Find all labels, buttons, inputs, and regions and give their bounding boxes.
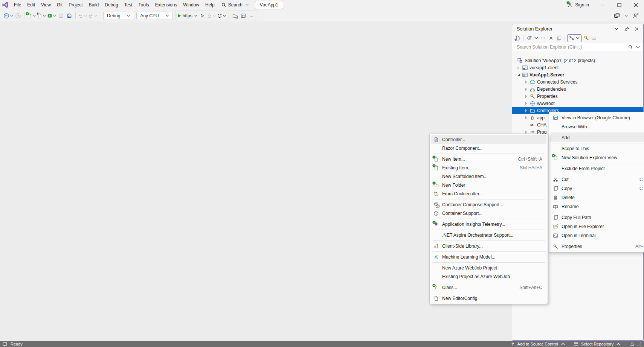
- menu-item-open-in-file-explorer[interactable]: Open in File Explorer: [549, 222, 644, 231]
- menu-item-add[interactable]: Add: [550, 133, 644, 142]
- menu-debug[interactable]: Debug: [102, 0, 121, 10]
- menu-build[interactable]: Build: [86, 0, 102, 10]
- expander-collapsed-icon[interactable]: [523, 115, 529, 121]
- tree-item-dependencies[interactable]: Dependencies: [512, 85, 643, 93]
- submenu-item-container-support[interactable]: Container Support...: [430, 209, 548, 218]
- menu-item-browse-with[interactable]: Browse With...: [549, 122, 644, 131]
- properties-wrench-button[interactable]: [583, 35, 590, 41]
- menu-item-open-in-terminal[interactable]: Open in Terminal: [549, 231, 644, 240]
- new-file-button[interactable]: [26, 11, 37, 20]
- chevron-down-icon[interactable]: [624, 14, 628, 18]
- submenu-item-class[interactable]: Class... Shift+Alt+C: [430, 283, 548, 292]
- sync-navigation-button[interactable]: [540, 35, 546, 41]
- submenu-item-new-scaffolded-item[interactable]: New Scaffolded Item...: [430, 172, 548, 181]
- submenu-item-new-item[interactable]: New Item... Ctrl+Shift+A: [430, 155, 548, 163]
- expander-collapsed-icon[interactable]: [523, 93, 529, 99]
- start-without-debugging-button[interactable]: [198, 11, 206, 20]
- save-all-button[interactable]: [65, 11, 73, 20]
- menu-item-view-in-browser[interactable]: View in Browser (Google Chrome): [549, 113, 644, 122]
- menu-item-copy-full-path[interactable]: Copy Full Path: [549, 213, 644, 222]
- submenu-item-client-side-library[interactable]: Client-Side Library...: [430, 242, 548, 250]
- tree-item-connected-services[interactable]: Connected Services: [512, 78, 643, 85]
- panel-title-bar[interactable]: Solution Explorer: [512, 24, 643, 33]
- menu-item-new-solution-explorer-view[interactable]: New Solution Explorer View: [549, 153, 644, 162]
- hot-reload-button[interactable]: [206, 11, 217, 20]
- open-file-button[interactable]: [37, 11, 47, 20]
- submenu-item-razor-component[interactable]: Razor Component...: [430, 144, 548, 152]
- menu-help[interactable]: Help: [202, 0, 218, 10]
- submenu-item-net-aspire-orchestrator-support[interactable]: .NET Aspire Orchestrator Support...: [430, 231, 548, 239]
- minimize-button[interactable]: [594, 0, 611, 10]
- tree-item-solution[interactable]: Solution 'VueApp1' (2 of 2 projects): [512, 57, 643, 64]
- tree-item-wwwroot[interactable]: wwwroot: [512, 100, 643, 107]
- toolbar-overflow-button[interactable]: …: [247, 11, 256, 20]
- account-options-button[interactable]: [631, 11, 639, 20]
- browser-link-button[interactable]: [239, 11, 247, 20]
- preview-selected-items-button[interactable]: [591, 35, 598, 41]
- menu-item-properties[interactable]: Properties Alt+: [549, 242, 644, 251]
- find-in-files-button[interactable]: [231, 11, 239, 20]
- menu-item-scope-to-this[interactable]: Scope to This: [549, 144, 644, 153]
- submenu-item-from-cookiecutter[interactable]: From Cookiecutter...: [430, 189, 548, 198]
- menu-item-delete[interactable]: Delete: [549, 193, 644, 202]
- save-button[interactable]: [57, 11, 65, 20]
- menu-view[interactable]: View: [38, 0, 54, 10]
- feedback-button[interactable]: [613, 11, 621, 20]
- panel-close-button[interactable]: [633, 26, 640, 32]
- menu-item-exclude-from-project[interactable]: Exclude From Project: [549, 164, 644, 173]
- pending-changes-filter-button[interactable]: [526, 35, 533, 41]
- menu-item-rename[interactable]: Rename: [549, 202, 644, 211]
- undo-button[interactable]: [78, 11, 88, 20]
- sign-in-button[interactable]: Sign in: [562, 2, 594, 8]
- collapse-all-button[interactable]: [548, 35, 554, 41]
- pin-button[interactable]: [623, 26, 630, 32]
- select-repository-button[interactable]: Select Repository: [581, 342, 613, 346]
- open-from-source-control-button[interactable]: [47, 11, 57, 20]
- menu-window[interactable]: Window: [180, 0, 202, 10]
- chevron-up-icon[interactable]: [561, 342, 565, 346]
- expander-collapsed-icon[interactable]: [523, 108, 529, 114]
- solution-name-button[interactable]: VueApp1: [255, 1, 283, 9]
- resize-grip[interactable]: [637, 342, 641, 346]
- switch-views-button[interactable]: [514, 35, 521, 41]
- expander-expanded-icon[interactable]: [516, 72, 522, 78]
- debug-target-dropdown[interactable]: Debug: [103, 12, 134, 20]
- menu-extensions[interactable]: Extensions: [152, 0, 180, 10]
- menu-git[interactable]: Git: [54, 0, 66, 10]
- expander-collapsed-icon[interactable]: [523, 100, 529, 107]
- properties-pages-button[interactable]: [555, 35, 562, 41]
- menu-edit[interactable]: Edit: [24, 0, 38, 10]
- close-button[interactable]: [627, 0, 644, 10]
- add-to-source-control-button[interactable]: Add to Source Control: [517, 342, 558, 346]
- navigate-back-button[interactable]: [3, 11, 14, 20]
- menu-item-cut[interactable]: Cut C: [549, 175, 644, 184]
- expander-collapsed-icon[interactable]: [523, 86, 529, 92]
- maximize-button[interactable]: [611, 0, 627, 10]
- submenu-item-application-insights-telemetry[interactable]: Application Insights Telemetry...: [430, 220, 548, 228]
- submenu-item-existing-item[interactable]: Existing Item... Shift+Alt+A: [430, 163, 548, 172]
- sync-with-active-document-button[interactable]: [567, 34, 582, 42]
- submenu-item-controller[interactable]: @ Controller...: [431, 135, 546, 144]
- submenu-item-new-folder[interactable]: New Folder: [430, 181, 548, 189]
- notifications-bell-icon[interactable]: [630, 342, 635, 347]
- tree-item-properties[interactable]: Properties: [512, 93, 643, 100]
- chevron-down-icon[interactable]: [636, 45, 640, 49]
- chevron-up-icon[interactable]: [616, 342, 621, 346]
- submenu-item-new-editorconfig[interactable]: New EditorConfig: [430, 294, 548, 303]
- start-debugging-button[interactable]: https: [177, 11, 198, 20]
- solution-search-input[interactable]: [517, 44, 628, 50]
- menu-tools[interactable]: Tools: [136, 0, 152, 10]
- redo-button[interactable]: [88, 11, 98, 20]
- window-position-button[interactable]: [613, 26, 620, 32]
- search-icon[interactable]: [628, 45, 633, 49]
- tree-item-vueapp1-server[interactable]: VueApp1.Server: [512, 71, 643, 78]
- background-tasks-icon[interactable]: [2, 342, 7, 347]
- navigate-forward-button[interactable]: [14, 11, 22, 20]
- chevron-down-icon[interactable]: [534, 36, 539, 40]
- restart-button[interactable]: [217, 11, 227, 20]
- menu-file[interactable]: File: [11, 0, 24, 10]
- menu-project[interactable]: Project: [66, 0, 85, 10]
- title-search[interactable]: Search: [221, 2, 249, 8]
- menu-item-copy[interactable]: Copy C: [549, 184, 644, 193]
- expander-collapsed-icon[interactable]: [516, 65, 522, 71]
